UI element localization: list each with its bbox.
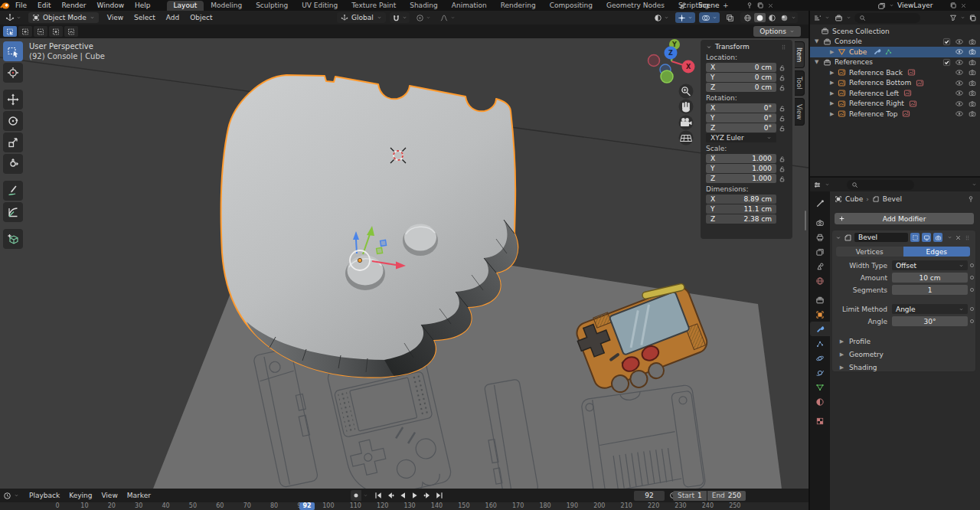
number-field[interactable]: X8.89 cm <box>706 195 776 204</box>
chevron-down-icon[interactable] <box>363 493 368 498</box>
breadcrumb-modifier[interactable]: Bevel <box>883 195 902 203</box>
disable-render-icon[interactable] <box>968 100 977 108</box>
animate-decorator[interactable] <box>970 276 974 280</box>
workspace-tab[interactable]: Modeling <box>204 1 249 11</box>
auto-keying-button[interactable] <box>351 490 361 501</box>
start-frame-field[interactable]: Start1 <box>673 491 707 501</box>
proportional-editing-toggle[interactable] <box>413 12 433 23</box>
pin-icon[interactable] <box>967 195 975 203</box>
number-field[interactable]: Y11.1 cm <box>706 204 776 214</box>
workspace-tab[interactable]: Sculpting <box>249 1 295 11</box>
tab-output-properties[interactable] <box>810 230 830 244</box>
tool-scale[interactable] <box>3 132 23 152</box>
workspace-tab[interactable]: Texture Paint <box>345 1 403 11</box>
lock-icon[interactable] <box>776 175 787 182</box>
amount-field[interactable]: 10 cm <box>892 273 968 283</box>
hide-eye-icon[interactable] <box>955 47 964 56</box>
close-icon[interactable] <box>767 2 774 9</box>
properties-search-input[interactable] <box>847 180 914 190</box>
tab-tool[interactable]: Tool <box>795 70 805 96</box>
topbar-menu-item[interactable]: Help <box>129 2 156 9</box>
chevron-down-icon[interactable] <box>14 493 19 498</box>
tab-constraints-properties[interactable] <box>810 365 830 380</box>
collapse-arrow-icon[interactable] <box>706 44 712 50</box>
zoom-button[interactable] <box>679 84 694 99</box>
lock-icon[interactable] <box>776 84 787 91</box>
camera-view-button[interactable] <box>679 116 694 130</box>
disable-render-icon[interactable] <box>968 68 977 77</box>
modifier-name-field[interactable]: Bevel <box>854 233 908 242</box>
tab-object-properties[interactable] <box>810 307 830 322</box>
chevron-down-icon[interactable] <box>690 3 695 8</box>
number-field[interactable]: Z1.000 <box>706 174 776 183</box>
disable-render-icon[interactable] <box>968 89 977 97</box>
timeline-menu-item[interactable]: Marker <box>123 492 155 499</box>
number-field[interactable]: Z2.38 cm <box>706 214 776 224</box>
expand-arrow-icon[interactable]: ▶ <box>810 49 830 55</box>
options-button[interactable]: Options <box>753 26 801 37</box>
sidebar-scrollbar[interactable] <box>805 211 806 230</box>
gizmo-plane-handle-green[interactable] <box>377 247 383 253</box>
hide-eye-icon[interactable] <box>955 79 964 87</box>
tab-object-data-properties[interactable] <box>810 380 830 394</box>
tab-tool-properties[interactable] <box>810 196 830 211</box>
outliner-row-reference[interactable]: ▶ Reference Bottom <box>810 78 980 89</box>
jump-to-end-button[interactable] <box>434 490 445 501</box>
filter-funnel-icon[interactable] <box>949 14 957 21</box>
chevron-down-icon[interactable] <box>791 15 796 20</box>
workspace-tab[interactable]: Compositing <box>543 1 599 11</box>
disable-render-icon[interactable] <box>968 110 977 118</box>
tab-viewlayer-properties[interactable] <box>810 244 830 259</box>
animate-decorator[interactable] <box>970 319 974 323</box>
previous-keyframe-button[interactable] <box>385 490 396 501</box>
nav-axis-negative-y[interactable] <box>661 70 673 83</box>
viewlayer-name[interactable]: ViewLayer <box>897 2 946 9</box>
animate-decorator[interactable] <box>970 288 974 292</box>
show-overlays-toggle[interactable] <box>699 12 720 23</box>
chevron-down-icon[interactable] <box>889 3 894 8</box>
playhead-frame-badge[interactable]: 92 <box>299 502 315 510</box>
play-button[interactable] <box>410 490 420 501</box>
lock-icon[interactable] <box>776 105 787 112</box>
timeline-menu-item[interactable]: Playback <box>25 492 64 499</box>
disable-render-icon[interactable] <box>968 38 977 46</box>
topbar-menu-item[interactable]: File <box>10 2 32 9</box>
tool-select-box[interactable] <box>3 41 23 61</box>
timeline-ruler[interactable]: 0102030405060708090100110120130140150160… <box>0 502 808 510</box>
animate-decorator[interactable] <box>970 263 974 267</box>
angle-field[interactable]: 30° <box>892 316 968 326</box>
tool-rotate[interactable] <box>3 111 23 131</box>
number-field[interactable]: Y1.000 <box>706 164 776 173</box>
outliner-row-reference[interactable]: ▶ Reference Back <box>810 67 980 78</box>
modifier-realtime-toggle[interactable] <box>922 233 931 242</box>
topbar-menu-item[interactable]: Window <box>92 2 130 9</box>
expand-arrow-icon[interactable]: ▼ <box>810 38 817 44</box>
lock-icon[interactable] <box>776 165 787 172</box>
add-modifier-button[interactable]: Add Modifier <box>835 213 974 224</box>
transform-orientation-dropdown[interactable]: Global <box>337 12 386 23</box>
number-field[interactable]: Y0° <box>706 113 776 123</box>
chevron-down-icon[interactable] <box>960 15 965 20</box>
expand-arrow-icon[interactable]: ▶ <box>810 100 830 106</box>
topbar-menu-item[interactable]: Render <box>57 2 92 9</box>
gizmo-plane-handle-blue[interactable] <box>381 240 387 246</box>
proportional-falloff-dropdown[interactable] <box>437 12 458 23</box>
viewport-3d[interactable]: Y Z X <box>0 38 808 489</box>
workspace-tab-active[interactable]: Layout <box>167 1 204 11</box>
number-field[interactable]: Y0 cm <box>706 73 776 82</box>
xray-toggle[interactable] <box>724 12 737 23</box>
chevron-down-icon[interactable] <box>972 182 977 187</box>
current-frame-field[interactable]: 92 <box>634 491 665 501</box>
tab-modifier-properties-active[interactable] <box>810 322 830 336</box>
outliner-row-references[interactable]: ▼ References <box>810 57 980 68</box>
tool-move[interactable] <box>3 90 23 110</box>
edges-button[interactable]: Edges <box>903 247 971 257</box>
hide-eye-icon[interactable] <box>955 58 964 67</box>
scene-name[interactable]: Scene <box>698 2 743 9</box>
checkbox-icon[interactable] <box>942 58 951 67</box>
snap-toggle[interactable] <box>390 12 410 23</box>
drag-dots-icon[interactable] <box>780 44 787 51</box>
nav-axis-negative-x[interactable] <box>648 55 660 67</box>
chevron-down-icon[interactable] <box>825 182 830 187</box>
collapsed-section-row[interactable]: ▶Shading <box>838 361 980 374</box>
